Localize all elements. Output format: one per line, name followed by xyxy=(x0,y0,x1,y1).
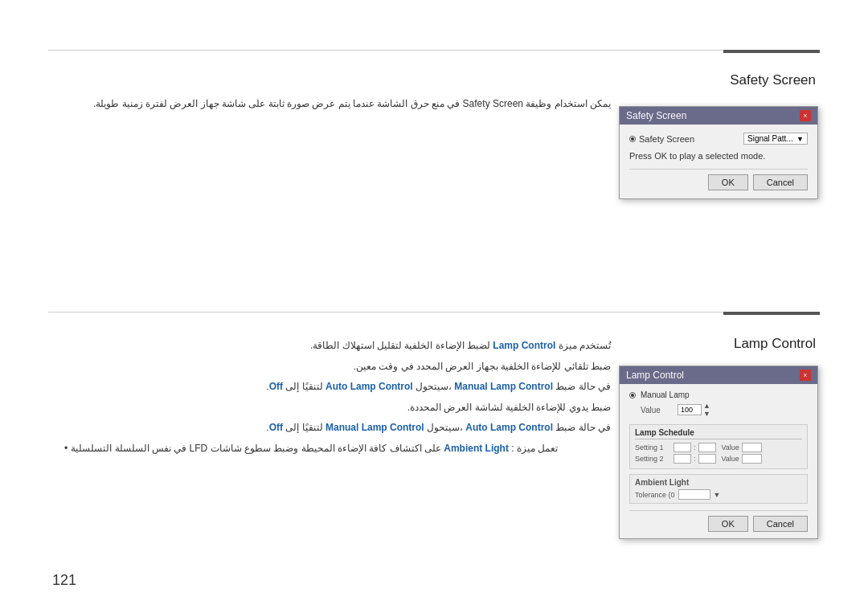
lamp-control-dialog: Lamp Control × Manual Lamp Value ▲▼ Lamp… xyxy=(619,366,818,539)
lamp-time2-1[interactable] xyxy=(698,443,716,452)
page-number: 121 xyxy=(52,572,76,589)
safety-cancel-button[interactable]: Cancel xyxy=(753,174,808,190)
lamp-text-line-1: تُستخدم ميزة Lamp Control لضبط الإضاءة ا… xyxy=(64,337,611,355)
lamp-manual-label: Manual Lamp xyxy=(641,390,690,399)
top-rule xyxy=(48,50,820,51)
lamp-cancel-button[interactable]: Cancel xyxy=(753,516,808,532)
lamp-text-line-4: ضبط يدوي للإضاءة الخلفية لشاشة العرض الم… xyxy=(64,399,611,417)
lamp-schedule-group: Lamp Schedule Setting 1 : Value Setting … xyxy=(629,424,808,469)
lamp-control-title: Lamp Control xyxy=(734,336,816,352)
lamp-text-line-3: في حالة ضبط Manual Lamp Control ،سيتحول … xyxy=(64,378,611,396)
lamp-val-1[interactable] xyxy=(742,443,762,452)
lamp-schedule-row-1: Setting 1 : Value xyxy=(635,443,802,452)
lamp-manual-section: Manual Lamp Value ▲▼ xyxy=(629,390,808,418)
lamp-text-line-5: في حالة ضبط Auto Lamp Control ،سيتحول Ma… xyxy=(64,419,611,437)
lamp-dialog-close[interactable]: × xyxy=(800,370,811,381)
safety-radio-label: Safety Screen xyxy=(629,134,694,144)
lamp-dialog-footer: OK Cancel xyxy=(629,510,808,532)
safety-dialog-message: Press OK to play a selected mode. xyxy=(629,151,808,161)
safety-screen-title: Safety Screen xyxy=(730,72,816,88)
lamp-val-2[interactable] xyxy=(742,454,762,464)
lamp-time2-2[interactable] xyxy=(698,454,716,464)
safety-select[interactable]: Signal Patt... ▼ xyxy=(743,133,808,145)
lamp-time1-2[interactable] xyxy=(674,454,691,464)
lamp-schedule-label-2: Setting 2 xyxy=(635,455,671,463)
lamp-dialog-title: Lamp Control xyxy=(626,370,684,381)
lamp-dialog-body: Manual Lamp Value ▲▼ Lamp Schedule Setti… xyxy=(620,384,817,538)
safety-ok-button[interactable]: OK xyxy=(708,174,748,190)
lamp-radio-dot[interactable] xyxy=(629,392,636,398)
ambient-arrow: ▼ xyxy=(714,491,721,499)
lamp-value-input[interactable] xyxy=(678,404,702,415)
lamp-manual-row: Manual Lamp xyxy=(629,390,808,399)
safety-screen-description: يمكن استخدام وظيفة Safety Screen في منع … xyxy=(64,96,611,112)
select-arrow: ▼ xyxy=(796,135,804,143)
lamp-value-arrow: ▲▼ xyxy=(703,402,710,418)
lamp-time1-1[interactable] xyxy=(674,443,691,452)
accent-bar-middle xyxy=(723,312,820,315)
lamp-text-line-6: تعمل ميزة : Ambient Light على اكتشاف كاف… xyxy=(64,440,611,458)
lamp-value-row: Value ▲▼ xyxy=(641,402,808,418)
safety-dialog-titlebar: Safety Screen × xyxy=(620,107,817,125)
safety-dialog-title: Safety Screen xyxy=(626,110,686,121)
lamp-dialog-titlebar: Lamp Control × xyxy=(620,366,817,384)
ambient-label: Tolerance (0 xyxy=(635,491,675,499)
lamp-ok-button[interactable]: OK xyxy=(708,516,748,532)
lamp-value-label: Value xyxy=(641,406,673,415)
accent-bar-top xyxy=(723,50,820,53)
lamp-schedule-row-2: Setting 2 : Value xyxy=(635,454,802,464)
safety-dialog-row: Safety Screen Signal Patt... ▼ xyxy=(629,133,808,145)
safety-radio-dot[interactable] xyxy=(629,136,636,142)
ambient-light-section: Ambient Light Tolerance (0 ▼ xyxy=(629,474,808,504)
middle-rule xyxy=(48,312,820,313)
ambient-row: Tolerance (0 ▼ xyxy=(635,489,802,500)
lamp-schedule-title: Lamp Schedule xyxy=(635,428,802,439)
lamp-schedule-label-1: Setting 1 xyxy=(635,443,671,452)
safety-dialog-body: Safety Screen Signal Patt... ▼ Press OK … xyxy=(620,125,817,198)
lamp-text-line-2: ضبط تلقائي للإضاءة الخلفية بجهاز العرض ا… xyxy=(64,358,611,376)
lamp-control-description: تُستخدم ميزة Lamp Control لضبط الإضاءة ا… xyxy=(64,337,611,461)
safety-screen-dialog: Safety Screen × Safety Screen Signal Pat… xyxy=(619,106,818,199)
safety-dialog-footer: OK Cancel xyxy=(629,169,808,190)
ambient-input[interactable] xyxy=(678,489,710,500)
ambient-title: Ambient Light xyxy=(635,478,802,487)
safety-dialog-close[interactable]: × xyxy=(800,110,811,121)
